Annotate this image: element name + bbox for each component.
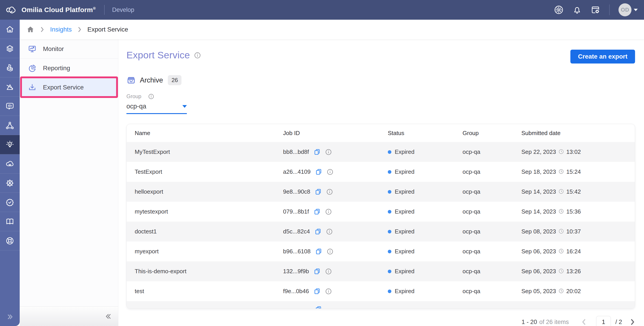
group-select[interactable]: ocp-qa: [126, 103, 187, 114]
job-id: a26...4109: [283, 168, 310, 175]
double-chevron-right-icon: [6, 314, 14, 320]
table-row: doctest1 d5c...82c4 Expired ocp-qa Sep 0…: [127, 222, 635, 242]
icon-rail: [0, 20, 20, 326]
copy-icon[interactable]: [314, 188, 322, 195]
pagination-range: 1 - 20: [522, 319, 537, 326]
sidebar-item-monitor[interactable]: Monitor: [20, 39, 118, 59]
info-icon[interactable]: [325, 208, 332, 215]
group-cell: ocp-qa: [462, 248, 522, 255]
rail-home-icon[interactable]: [0, 20, 20, 39]
group-cell: ocp-qa: [462, 288, 522, 295]
clock-icon: [558, 288, 564, 295]
status-text: Expired: [395, 148, 414, 155]
sidebar-item-reporting[interactable]: Reporting: [20, 59, 118, 78]
export-name: helloexport: [135, 188, 283, 195]
breadcrumb-current: Export Service: [88, 26, 128, 33]
rail-cloud-services-icon[interactable]: [0, 154, 20, 174]
status-dot: [388, 290, 391, 293]
copy-icon[interactable]: [314, 208, 321, 215]
job-id: bb8...bd8f: [283, 148, 309, 155]
rail-conversation-icon[interactable]: [0, 97, 20, 116]
rail-admin-gear-icon[interactable]: [0, 174, 20, 193]
export-name: test: [135, 288, 283, 295]
info-icon[interactable]: [326, 189, 333, 195]
rail-layers-icon[interactable]: [0, 39, 20, 58]
submitted-time: 15:36: [566, 208, 581, 215]
copy-icon[interactable]: [314, 288, 321, 295]
create-export-button[interactable]: Create an export: [570, 50, 635, 63]
info-icon[interactable]: [326, 228, 333, 235]
user-menu[interactable]: OD: [618, 3, 638, 16]
previous-page-icon[interactable]: [581, 319, 586, 325]
sidebar-item-label: Export Service: [43, 84, 84, 91]
copy-icon[interactable]: [314, 148, 321, 156]
group-label: Group: [126, 93, 142, 99]
info-icon[interactable]: [325, 288, 332, 295]
clock-icon: [558, 248, 564, 255]
export-name: This-is-demo-export: [135, 268, 283, 275]
submitted-time: 15:24: [566, 168, 581, 175]
rail-3d-object-icon[interactable]: [0, 58, 20, 77]
group-cell: ocp-qa: [462, 268, 522, 275]
page-number-input[interactable]: 1: [596, 316, 611, 326]
avatar[interactable]: OD: [618, 3, 632, 16]
status-text: Expired: [395, 228, 414, 235]
status-dot: [388, 230, 391, 233]
sidebar-item-export-service[interactable]: Export Service: [20, 78, 118, 97]
group-select-block: Group ocp-qa: [126, 93, 187, 114]
copy-icon[interactable]: [315, 248, 322, 255]
info-icon[interactable]: [325, 149, 332, 155]
archive-label: Archive: [140, 76, 163, 84]
collapse-sidebar-button[interactable]: [105, 313, 112, 320]
submitted-date: Sep 05, 2023: [522, 288, 556, 295]
info-icon[interactable]: [327, 248, 334, 255]
status-text: Expired: [395, 188, 414, 195]
status-text: Expired: [395, 268, 414, 275]
brand-title: Omilia Cloud Platform®: [22, 6, 96, 14]
archive-count-badge: 26: [168, 75, 182, 85]
rail-network-icon[interactable]: [0, 116, 20, 135]
job-id: 079...8b1f: [283, 208, 309, 215]
group-cell: ocp-qa: [462, 228, 522, 235]
secondary-sidebar: Monitor Reporting Export Service: [20, 39, 118, 326]
submitted-time: 13:02: [566, 148, 581, 155]
info-icon[interactable]: [327, 169, 334, 175]
table-header-row: Name Job ID Status Group Submitted date: [127, 124, 635, 142]
rail-insights-icon[interactable]: [0, 135, 20, 154]
title-info-icon[interactable]: [194, 52, 201, 59]
rail-design-tools-icon[interactable]: [0, 77, 20, 97]
status-text: Expired: [395, 168, 414, 175]
submitted-date: Sep 06, 2023: [522, 248, 556, 255]
rail-documentation-icon[interactable]: [0, 212, 20, 231]
rail-badge-check-icon[interactable]: [0, 193, 20, 212]
submitted-time: 16:24: [566, 248, 581, 255]
copy-icon[interactable]: [314, 268, 321, 275]
registered-mark: ®: [93, 6, 96, 10]
submitted-time: 10:37: [566, 228, 581, 235]
column-header-submitted-date: Submitted date: [522, 130, 635, 137]
breadcrumb-link-insights[interactable]: Insights: [50, 26, 72, 33]
chevron-right-icon: [40, 27, 44, 32]
expand-sidebar-button[interactable]: [0, 314, 20, 320]
sidebar-item-label: Reporting: [43, 65, 70, 72]
settings-wheel-icon[interactable]: [554, 5, 564, 15]
clock-icon: [558, 189, 564, 195]
copy-icon[interactable]: [315, 306, 322, 309]
status-dot: [388, 190, 391, 194]
rail-support-icon[interactable]: [0, 231, 20, 250]
status-text: Expired: [395, 208, 414, 215]
notifications-bell-icon[interactable]: [572, 5, 582, 15]
job-id: 9e8...90c8: [283, 188, 310, 195]
home-icon[interactable]: [26, 25, 34, 33]
status-dot: [388, 250, 391, 253]
next-page-icon[interactable]: [630, 319, 635, 325]
copy-icon[interactable]: [315, 168, 322, 176]
group-info-icon[interactable]: [148, 93, 154, 99]
copy-icon[interactable]: [314, 228, 322, 235]
submitted-time: 20:02: [566, 288, 581, 295]
header-actions: OD: [554, 3, 638, 16]
app-settings-icon[interactable]: [590, 5, 600, 15]
info-icon[interactable]: [325, 268, 332, 275]
double-chevron-left-icon: [105, 313, 112, 320]
submitted-date: Sep 14, 2023: [522, 208, 556, 215]
